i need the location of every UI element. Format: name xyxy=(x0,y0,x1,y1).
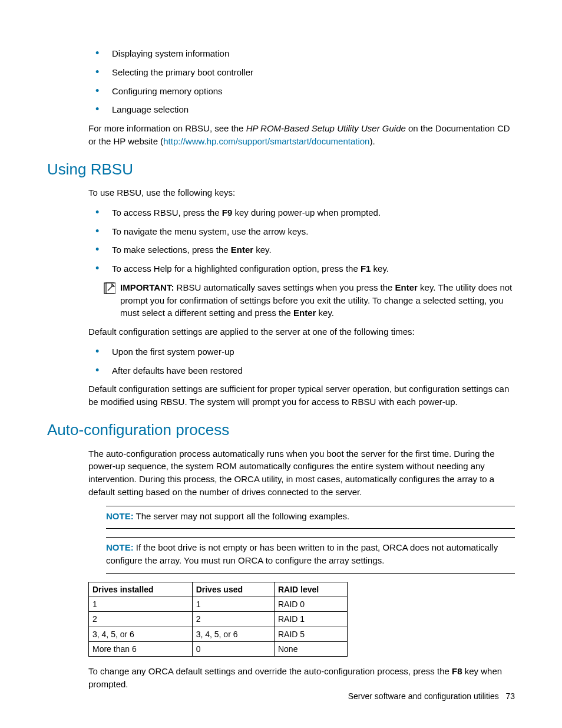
key-name: Enter xyxy=(395,282,418,292)
top-bullet-list: Displaying system information Selecting … xyxy=(88,47,515,116)
cell: RAID 0 xyxy=(274,597,347,612)
page-number: 73 xyxy=(505,691,515,701)
auto-config-paragraph: The auto-configuration process automatic… xyxy=(88,447,515,499)
list-item: Selecting the primary boot controller xyxy=(88,66,515,79)
hp-support-link[interactable]: http://www.hp.com/support/smartstart/doc… xyxy=(163,136,369,146)
cell: RAID 5 xyxy=(274,627,347,641)
cell: 1 xyxy=(192,597,274,612)
cell: 3, 4, 5, or 6 xyxy=(192,627,274,641)
key-name: F8 xyxy=(452,666,462,676)
cell: 3, 4, 5, or 6 xyxy=(89,627,193,641)
text: key. xyxy=(371,263,389,274)
bullet-text: Configuring memory options xyxy=(112,86,223,96)
default-settings-paragraph: Default configuration settings are suffi… xyxy=(88,383,515,409)
cell: 1 xyxy=(89,597,193,612)
cell: 2 xyxy=(192,612,274,627)
cell: 2 xyxy=(89,612,193,627)
bullet-text: Displaying system information xyxy=(112,48,229,58)
guide-title: HP ROM-Based Setup Utility User Guide xyxy=(246,123,406,133)
text: Upon the first system power-up xyxy=(112,347,234,357)
col-drives-used: Drives used xyxy=(192,582,274,597)
important-text: IMPORTANT: RBSU automatically saves sett… xyxy=(120,281,515,319)
list-item: Upon the first system power-up xyxy=(88,345,515,358)
table-row: More than 6 0 None xyxy=(89,642,348,657)
note-callout-1: NOTE: The server may not support all the… xyxy=(106,506,515,529)
footer-section-title: Server software and configuration utilit… xyxy=(348,691,499,701)
important-label: IMPORTANT: xyxy=(120,282,174,292)
list-item: To access Help for a highlighted configu… xyxy=(88,262,515,275)
key-name: F9 xyxy=(222,207,233,218)
using-rbsu-heading: Using RBSU xyxy=(47,159,515,181)
col-drives-installed: Drives installed xyxy=(89,582,193,597)
cell: 0 xyxy=(192,642,274,657)
key-name: F1 xyxy=(361,263,371,274)
text: RBSU automatically saves settings when y… xyxy=(174,282,395,292)
table-row: 3, 4, 5, or 6 3, 4, 5, or 6 RAID 5 xyxy=(89,627,348,641)
table-row: 1 1 RAID 0 xyxy=(89,597,348,612)
text: key. xyxy=(316,308,334,318)
default-times-list: Upon the first system power-up After def… xyxy=(88,345,515,377)
list-item: To make selections, press the Enter key. xyxy=(88,243,515,256)
text: key during power-up when prompted. xyxy=(232,207,381,218)
list-item: Configuring memory options xyxy=(88,85,515,98)
note-text: The server may not support all the follo… xyxy=(134,511,350,521)
text: key. xyxy=(253,245,272,255)
text: To change any ORCA default settings and … xyxy=(88,666,452,676)
bullet-text: Language selection xyxy=(112,104,189,114)
text: For more information on RBSU, see the xyxy=(88,123,246,133)
text: To access Help for a highlighted configu… xyxy=(112,263,361,274)
raid-table: Drives installed Drives used RAID level … xyxy=(88,582,348,657)
list-item: Language selection xyxy=(88,103,515,116)
note-text: If the boot drive is not empty or has be… xyxy=(106,542,498,565)
key-name: Enter xyxy=(231,245,253,255)
list-item: After defaults have been restored xyxy=(88,364,515,377)
page-footer: Server software and configuration utilit… xyxy=(348,690,515,702)
rbsu-more-info-paragraph: For more information on RBSU, see the HP… xyxy=(88,122,515,148)
note-label: NOTE: xyxy=(106,542,134,552)
important-icon xyxy=(104,281,120,298)
list-item: To access RBSU, press the F9 key during … xyxy=(88,206,515,219)
cell: RAID 1 xyxy=(274,612,347,627)
text: After defaults have been restored xyxy=(112,365,243,375)
rbsu-keys-list: To access RBSU, press the F9 key during … xyxy=(88,206,515,275)
using-rbsu-intro: To use RBSU, use the following keys: xyxy=(88,186,515,199)
orca-override-paragraph: To change any ORCA default settings and … xyxy=(88,665,515,691)
text: To make selections, press the xyxy=(112,245,231,255)
table-header-row: Drives installed Drives used RAID level xyxy=(89,582,348,597)
note-label: NOTE: xyxy=(106,511,134,521)
note-callout-2: NOTE: If the boot drive is not empty or … xyxy=(106,537,515,574)
bullet-text: Selecting the primary boot controller xyxy=(112,67,253,77)
key-name: Enter xyxy=(293,308,316,318)
important-callout: IMPORTANT: RBSU automatically saves sett… xyxy=(104,281,515,319)
cell: More than 6 xyxy=(89,642,193,657)
list-item: To navigate the menu system, use the arr… xyxy=(88,225,515,238)
auto-config-heading: Auto-configuration process xyxy=(47,419,515,442)
text: To access RBSU, press the xyxy=(112,207,222,218)
list-item: Displaying system information xyxy=(88,47,515,60)
default-settings-intro: Default configuration settings are appli… xyxy=(88,325,515,338)
text: ). xyxy=(369,136,375,146)
table-row: 2 2 RAID 1 xyxy=(89,612,348,627)
text: To navigate the menu system, use the arr… xyxy=(112,226,309,236)
cell: None xyxy=(274,642,347,657)
svg-rect-1 xyxy=(106,283,115,294)
col-raid-level: RAID level xyxy=(274,582,347,597)
